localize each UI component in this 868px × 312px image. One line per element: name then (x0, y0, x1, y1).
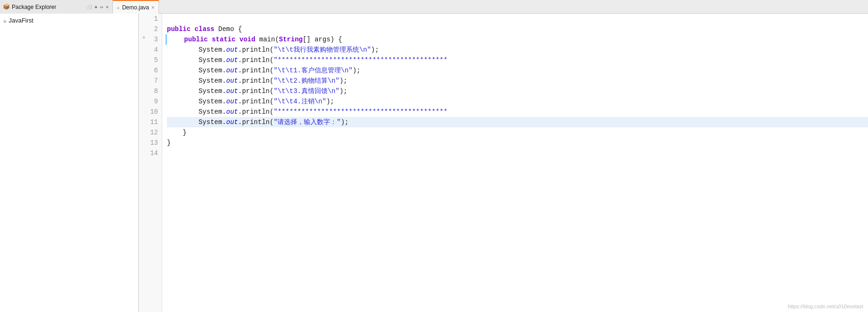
demo-java-tab-label: Demo.java (122, 4, 149, 11)
code-line-3: public static void main(String[] args) { (166, 34, 868, 45)
line-num-7: 7 (139, 76, 162, 86)
sidebar-item-label: JavaFirst (8, 17, 33, 24)
line-num-9: 9 (139, 96, 162, 107)
java-file-icon: ☕ (117, 4, 120, 10)
code-line-6: System.out.println("\t\t1.客户信息管理\n"); (167, 65, 868, 76)
line-num-1: 1 (139, 14, 162, 24)
line-num-4: 4 (139, 45, 162, 55)
line-num-13: 13 (139, 138, 162, 148)
code-line-11: System.out.println("请选择，输入数字："); (167, 117, 868, 127)
code-lines: public class Demo { public static void m… (162, 14, 868, 312)
explorer-icon: 📦 (3, 3, 10, 10)
code-line-13: } (167, 138, 868, 148)
line-num-5: 5 (139, 55, 162, 65)
demo-java-tab[interactable]: ☕ Demo.java ✕ (113, 0, 159, 14)
code-line-12: } (167, 127, 868, 138)
explorer-tab-controls: ⬜ ❖ ▭ ✕ (85, 4, 110, 10)
line-num-8: 8 (139, 86, 162, 96)
line-num-14: 14 (139, 148, 162, 158)
code-line-1 (167, 14, 868, 24)
maximize-icon[interactable]: ▭ (99, 4, 104, 10)
code-line-8: System.out.println("\t\t3.真情回馈\n"); (167, 86, 868, 96)
close-explorer-icon[interactable]: ✕ (105, 4, 110, 10)
project-icon: ☕ (3, 16, 7, 24)
main-area: ☕ JavaFirst 1 2 3 4 5 6 7 8 9 10 11 12 1… (0, 14, 868, 312)
line-num-2: 2 (139, 24, 162, 34)
code-editor[interactable]: 1 2 3 4 5 6 7 8 9 10 11 12 13 14 (139, 14, 868, 312)
code-area: 1 2 3 4 5 6 7 8 9 10 11 12 13 14 (139, 14, 868, 312)
line-numbers: 1 2 3 4 5 6 7 8 9 10 11 12 13 14 (139, 14, 162, 312)
line-num-11: 11 (139, 117, 162, 127)
tab-bar: 📦 Package Explorer ⬜ ❖ ▭ ✕ ☕ Demo.java ✕ (0, 0, 868, 14)
package-explorer-tab[interactable]: 📦 Package Explorer ⬜ ❖ ▭ ✕ (0, 0, 113, 14)
sidebar-item-javafirst[interactable]: ☕ JavaFirst (0, 16, 138, 25)
line-num-10: 10 (139, 107, 162, 117)
code-line-5: System.out.println("********************… (167, 55, 868, 65)
close-file-icon[interactable]: ✕ (151, 4, 155, 10)
options-icon[interactable]: ❖ (94, 4, 98, 10)
code-line-9: System.out.println("\t\t4.注销\n"); (167, 96, 868, 107)
code-line-10: System.out.println("********************… (167, 107, 868, 117)
code-line-2: public class Demo { (167, 24, 868, 34)
watermark: https://blog.csdn.net/u010evelast (788, 304, 863, 309)
explorer-tab-label: Package Explorer (12, 4, 83, 10)
line-num-12: 12 (139, 127, 162, 138)
line-num-3: 3 (139, 34, 162, 45)
code-line-4: System.out.println("\t\t我行我素购物管理系统\n"); (167, 45, 868, 55)
code-line-14 (167, 148, 868, 158)
code-line-7: System.out.println("\t\t2.购物结算\n"); (167, 76, 868, 86)
line-num-6: 6 (139, 65, 162, 76)
sidebar: ☕ JavaFirst (0, 14, 139, 312)
minimize-icon[interactable]: ⬜ (85, 4, 93, 10)
